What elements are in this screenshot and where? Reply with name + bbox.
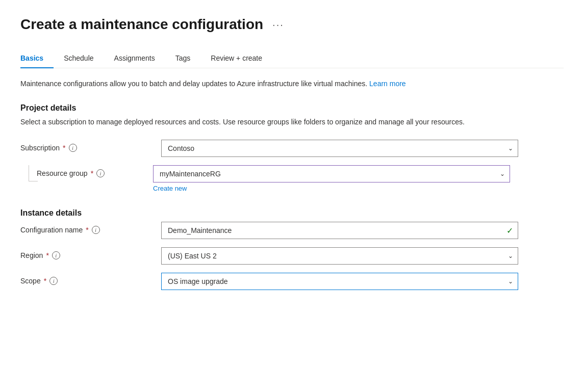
project-details-description: Select a subscription to manage deployed… <box>20 117 564 127</box>
scope-input-col: OS image upgrade ⌄ <box>161 273 518 290</box>
subscription-required: * <box>63 144 65 152</box>
region-select-wrapper: (US) East US 2 ⌄ <box>161 247 518 265</box>
subscription-input-col: Contoso ⌄ <box>161 140 518 157</box>
instance-details-title: Instance details <box>20 208 564 218</box>
config-name-required: * <box>86 226 88 234</box>
tab-tags[interactable]: Tags <box>165 49 201 68</box>
config-name-label: Configuration name <box>20 226 83 234</box>
tab-review-create[interactable]: Review + create <box>200 49 272 68</box>
config-name-row: Configuration name * i ✓ <box>20 222 564 239</box>
config-name-info-icon[interactable]: i <box>92 226 100 234</box>
subscription-select-wrapper: Contoso ⌄ <box>161 140 518 157</box>
scope-required: * <box>44 277 46 285</box>
region-info-icon[interactable]: i <box>52 251 60 259</box>
resource-group-input-col: myMaintenanceRG ⌄ Create new <box>153 165 510 192</box>
resource-group-select[interactable]: myMaintenanceRG <box>153 165 510 182</box>
subscription-info-icon[interactable]: i <box>69 144 77 152</box>
region-required: * <box>46 251 48 259</box>
scope-select[interactable]: OS image upgrade <box>161 273 518 290</box>
tabs-nav: Basics Schedule Assignments Tags Review … <box>20 49 564 68</box>
subscription-label: Subscription <box>20 144 60 152</box>
resource-group-select-wrapper: myMaintenanceRG ⌄ <box>153 165 510 182</box>
learn-more-link[interactable]: Learn more <box>369 80 406 88</box>
resource-group-required: * <box>91 169 93 177</box>
ellipsis-button[interactable]: ··· <box>269 18 287 32</box>
page-title: Create a maintenance configuration <box>20 16 263 33</box>
project-details-title: Project details <box>20 103 564 113</box>
region-row: Region * i (US) East US 2 ⌄ <box>20 247 564 265</box>
subscription-select[interactable]: Contoso <box>161 140 518 157</box>
resource-group-info-icon[interactable]: i <box>96 169 105 177</box>
create-new-link[interactable]: Create new <box>153 185 187 192</box>
project-details-section: Project details Select a subscription to… <box>20 103 564 192</box>
page-description: Maintenance configurations allow you to … <box>20 79 564 89</box>
tab-schedule[interactable]: Schedule <box>54 49 104 68</box>
subscription-row: Subscription * i Contoso ⌄ <box>20 140 564 157</box>
region-select[interactable]: (US) East US 2 <box>161 247 518 265</box>
config-name-input[interactable] <box>161 222 518 239</box>
region-input-col: (US) East US 2 ⌄ <box>161 247 518 265</box>
scope-select-wrapper: OS image upgrade ⌄ <box>161 273 518 290</box>
config-name-input-wrapper: ✓ <box>161 222 518 239</box>
config-name-input-col: ✓ <box>161 222 518 239</box>
scope-label: Scope <box>20 277 41 285</box>
resource-group-label: Resource group <box>37 169 88 177</box>
instance-details-section: Instance details Configuration name * i … <box>20 208 564 290</box>
tab-basics[interactable]: Basics <box>20 49 54 68</box>
tab-assignments[interactable]: Assignments <box>104 49 165 68</box>
scope-info-icon[interactable]: i <box>49 277 58 285</box>
scope-row: Scope * i OS image upgrade ⌄ <box>20 273 564 290</box>
region-label: Region <box>20 251 43 259</box>
